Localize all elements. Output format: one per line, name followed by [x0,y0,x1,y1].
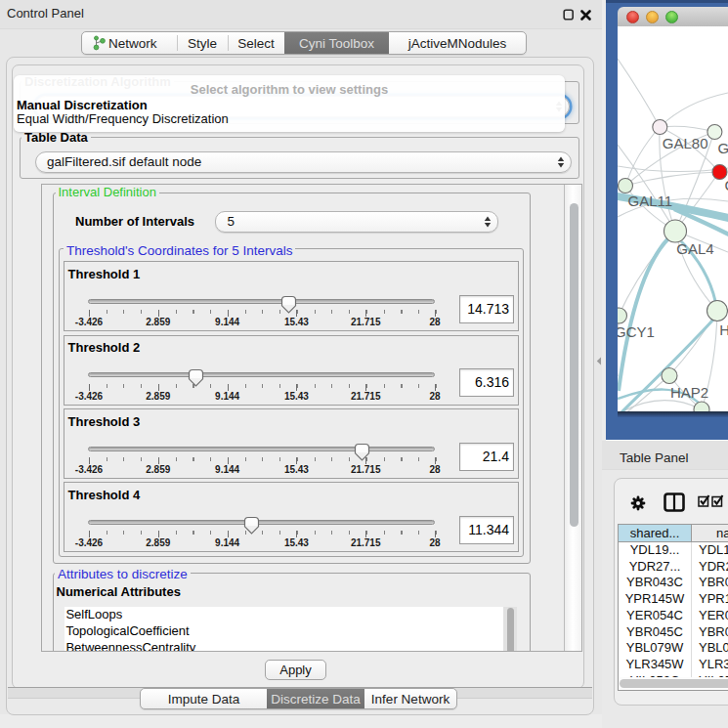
svg-text:CA: CA [725,177,728,193]
svg-text:GAL11: GAL11 [628,193,673,209]
svg-text:GAL80: GAL80 [663,135,708,151]
svg-text:H: H [719,321,728,338]
svg-text:GCY1: GCY1 [618,323,655,340]
svg-text:HAP2: HAP2 [670,384,708,401]
svg-text:GAL4: GAL4 [676,240,713,257]
svg-text:GA: GA [718,140,728,156]
